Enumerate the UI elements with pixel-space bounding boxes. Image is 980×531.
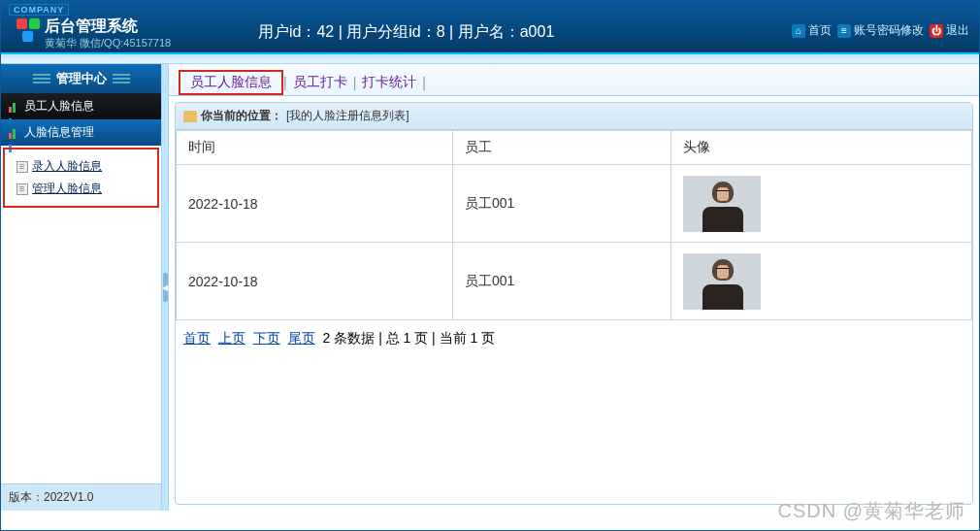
sidebar-link-add-face[interactable]: 录入人脸信息 xyxy=(9,155,153,178)
home-link[interactable]: ⌂首页 xyxy=(792,22,832,39)
tab-face-info[interactable]: 员工人脸信息 xyxy=(184,70,278,93)
content-panel: 你当前的位置： [我的人脸注册信息列表] 时间 员工 头像 2022-10-18 xyxy=(175,102,973,505)
version-label: 版本：2022V1.0 xyxy=(1,483,161,511)
main-panel: 员工人脸信息 | 员工打卡 | 打卡统计 | 你当前的位置： [我的人脸注册信息… xyxy=(169,64,979,511)
sidebar-subgroup[interactable]: 人脸信息管理 xyxy=(1,119,161,146)
tab-checkin[interactable]: 员工打卡 xyxy=(287,70,353,95)
cell-employee: 员工001 xyxy=(453,165,671,243)
pager-first[interactable]: 首页 xyxy=(183,330,211,346)
company-tag: COMPANY xyxy=(9,4,69,16)
bars-icon xyxy=(9,102,18,112)
logo-icon xyxy=(16,18,40,42)
tab-active-highlight: 员工人脸信息 xyxy=(179,70,283,95)
home-icon: ⌂ xyxy=(792,24,805,38)
pager: 首页 上页 下页 尾页 2 条数据 | 总 1 页 | 当前 1 页 xyxy=(176,320,972,357)
pager-prev[interactable]: 上页 xyxy=(218,330,245,346)
table-header-row: 时间 员工 头像 xyxy=(177,131,972,165)
cell-avatar xyxy=(671,165,972,243)
table-row: 2022-10-18 员工001 xyxy=(177,165,972,243)
cell-avatar xyxy=(671,243,972,320)
pwd-label: 账号密码修改 xyxy=(854,22,924,39)
col-avatar: 头像 xyxy=(671,131,972,165)
tab-bar: 员工人脸信息 | 员工打卡 | 打卡统计 | xyxy=(169,64,979,96)
avatar-image xyxy=(683,176,761,232)
pager-next[interactable]: 下页 xyxy=(253,330,280,346)
breadcrumb: 你当前的位置： [我的人脸注册信息列表] xyxy=(176,103,972,130)
bars-icon xyxy=(9,128,18,138)
table-row: 2022-10-18 员工001 xyxy=(177,243,972,320)
tab-stats[interactable]: 打卡统计 xyxy=(356,70,422,95)
top-bar: COMPANY 后台管理系统 黄菊华 微信/QQ:45157718 用户id：4… xyxy=(1,1,979,54)
pager-last[interactable]: 尾页 xyxy=(288,330,315,346)
logout-link[interactable]: ⏻退出 xyxy=(930,22,969,39)
cell-time: 2022-10-18 xyxy=(177,165,453,243)
sidebar-group[interactable]: 员工人脸信息 xyxy=(1,93,161,119)
app-subtitle: 黄菊华 微信/QQ:45157718 xyxy=(45,36,171,50)
sidebar-link-manage-face[interactable]: 管理人脸信息 xyxy=(9,178,153,200)
user-info: 用户id：42 | 用户分组id：8 | 用户名：a001 xyxy=(258,22,554,43)
page-icon xyxy=(16,161,28,173)
change-password-link[interactable]: ≡账号密码修改 xyxy=(837,22,924,39)
sidebar: 管理中心 员工人脸信息 人脸信息管理 录入人脸信息 管理人脸信息 版本：2022… xyxy=(1,64,162,511)
col-employee: 员工 xyxy=(453,131,671,165)
folder-icon xyxy=(183,111,197,122)
cell-time: 2022-10-18 xyxy=(177,243,453,320)
pager-info: 2 条数据 | 总 1 页 | 当前 1 页 xyxy=(323,330,496,346)
top-actions: ⌂首页 ≡账号密码修改 ⏻退出 xyxy=(792,22,969,39)
data-table: 时间 员工 头像 2022-10-18 员工001 2022-10-18 xyxy=(176,130,972,320)
logout-label: 退出 xyxy=(946,22,969,39)
list-icon: ≡ xyxy=(837,24,851,38)
cell-employee: 员工001 xyxy=(453,243,671,320)
breadcrumb-value: [我的人脸注册信息列表] xyxy=(286,108,409,124)
avatar-image xyxy=(683,253,761,310)
sidebar-drag-handle[interactable]: ◀ xyxy=(162,64,169,511)
sidebar-header: 管理中心 xyxy=(1,64,161,93)
col-time: 时间 xyxy=(177,131,453,165)
power-icon: ⏻ xyxy=(930,24,943,38)
home-label: 首页 xyxy=(808,22,832,39)
app-title: 后台管理系统 xyxy=(45,17,138,37)
sidebar-links: 录入人脸信息 管理人脸信息 xyxy=(3,148,159,208)
page-icon xyxy=(16,183,28,195)
sub-bar xyxy=(1,54,979,64)
breadcrumb-label: 你当前的位置： xyxy=(201,108,282,124)
